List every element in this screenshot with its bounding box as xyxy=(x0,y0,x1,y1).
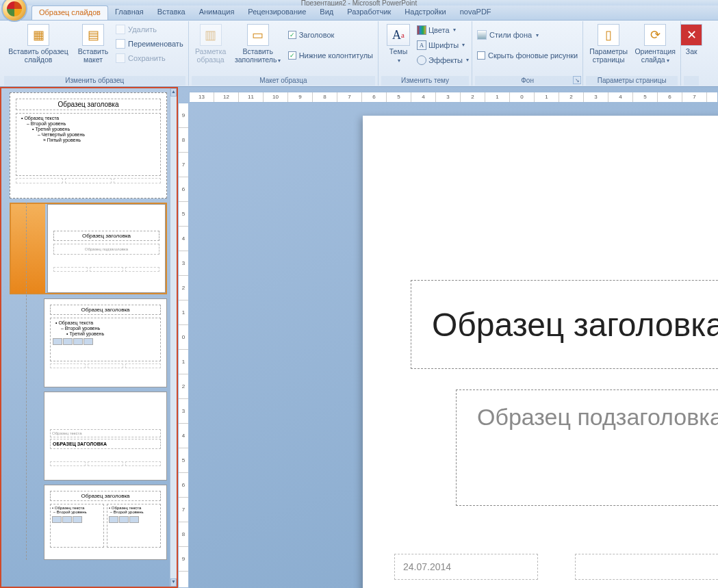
background-styles-icon xyxy=(477,30,487,40)
effects-icon xyxy=(417,55,426,65)
group-label-master-layout: Макет образца xyxy=(192,76,375,86)
tab-novapdf[interactable]: novaPDF xyxy=(453,5,498,20)
date-placeholder[interactable]: 24.07.2014 xyxy=(394,554,538,580)
thumb-title: Образец заголовка xyxy=(16,99,161,110)
themes-button[interactable]: Aa Темы▾ xyxy=(381,23,415,64)
preserve-icon xyxy=(116,53,125,63)
rename-icon xyxy=(116,39,125,49)
vertical-ruler[interactable]: 9876543210123456789 xyxy=(178,103,189,588)
effects-button[interactable]: Эффекты▾ xyxy=(417,53,469,67)
delete-icon xyxy=(116,25,125,34)
layout-thumbnail-title-content[interactable]: Образец заголовка • Образец текста – Вто… xyxy=(44,298,167,387)
slide-editor: 13121110987654321012345678910 9876543210… xyxy=(178,87,718,588)
thumb-body: • Образец текста – Второй уровень • Трет… xyxy=(16,113,161,176)
insert-slide-master-icon: ▦ xyxy=(27,24,49,46)
footer-placeholder[interactable]: Верхний колонтитул xyxy=(575,554,718,580)
hide-bg-graphics-checkbox[interactable]: Скрыть фоновые рисунки xyxy=(475,49,580,62)
group-background: Стили фона▾ Скрыть фоновые рисунки Фон ↘ xyxy=(472,21,583,86)
ribbon-tabs: Образец слайдов Главная Вставка Анимация… xyxy=(0,5,718,21)
slide-orientation-icon: ⟳ xyxy=(644,24,666,46)
master-thumbnail[interactable]: Образец заголовка • Образец текста – Вто… xyxy=(10,92,167,199)
layout-thumbnail-two-content[interactable]: Образец заголовка • Образец текста – Вто… xyxy=(44,485,167,560)
rename-button[interactable]: Переименовать xyxy=(114,37,185,51)
footers-checkbox[interactable]: ✓ Нижние колонтитулы xyxy=(286,49,375,62)
page-setup-button[interactable]: ▯ Параметры страницы xyxy=(586,23,631,64)
scroll-up-icon[interactable]: ▲ xyxy=(170,88,177,97)
group-close: ✕ Зак xyxy=(681,21,702,86)
tab-addins[interactable]: Надстройки xyxy=(398,5,452,20)
group-label-background: Фон xyxy=(475,76,580,86)
group-label-edit-master: Изменить образец xyxy=(4,76,185,86)
slide-orientation-button[interactable]: ⟳ Ориентация слайда▾ xyxy=(632,23,678,64)
tab-developer[interactable]: Разработчик xyxy=(340,5,398,20)
fonts-button[interactable]: A Шрифты▾ xyxy=(417,38,469,52)
tab-animation[interactable]: Анимация xyxy=(192,5,242,20)
page-setup-icon: ▯ xyxy=(598,24,619,46)
slide-canvas[interactable]: Образец заголовка Образец подзаголовка 2… xyxy=(363,116,718,588)
close-master-button[interactable]: ✕ Зак xyxy=(684,23,699,55)
group-label-page-setup: Параметры страницы xyxy=(586,76,678,86)
tab-review[interactable]: Рецензирование xyxy=(241,5,313,20)
tab-slide-master[interactable]: Образец слайдов xyxy=(31,5,108,20)
scroll-down-icon[interactable]: ▼ xyxy=(170,578,177,587)
tab-insert[interactable]: Вставка xyxy=(151,5,192,20)
thumbnail-panel: Образец заголовка • Образец текста – Вто… xyxy=(0,87,178,588)
horizontal-ruler[interactable]: 13121110987654321012345678910 xyxy=(189,92,718,103)
thumbnail-scrollbar[interactable]: ▲ ▼ xyxy=(170,88,177,587)
insert-placeholder-icon: ▭ xyxy=(247,24,269,46)
insert-layout-button[interactable]: ▤ Вставить макет xyxy=(74,23,112,64)
tab-view[interactable]: Вид xyxy=(313,5,340,20)
insert-slide-master-button[interactable]: ▦ Вставить образец слайдов xyxy=(4,23,73,64)
ribbon: ▦ Вставить образец слайдов ▤ Вставить ма… xyxy=(0,21,718,87)
layout-thumbnail-title-slide[interactable]: Образец заголовка Образец подзаголовка xyxy=(10,203,167,294)
master-layout-button: ▥ Разметка образца xyxy=(192,23,230,64)
chevron-down-icon: ▾ xyxy=(398,57,400,64)
window-title: Презентация2 - Microsoft PowerPoint xyxy=(301,0,417,5)
checkbox-checked-icon: ✓ xyxy=(288,31,296,39)
preserve-button: Сохранить xyxy=(114,51,185,65)
group-edit-master: ▦ Вставить образец слайдов ▤ Вставить ма… xyxy=(1,21,189,86)
checkbox-unchecked-icon xyxy=(477,51,485,60)
group-label-edit-theme: Изменить тему xyxy=(381,76,469,86)
insert-layout-icon: ▤ xyxy=(82,24,104,46)
colors-icon xyxy=(417,25,426,35)
workarea: Образец заголовка • Образец текста – Вто… xyxy=(0,87,718,588)
master-layout-icon: ▥ xyxy=(200,24,222,46)
title-placeholder[interactable]: Образец заголовка xyxy=(411,280,718,369)
group-page-setup: ▯ Параметры страницы ⟳ Ориентация слайда… xyxy=(583,21,681,86)
group-master-layout: ▥ Разметка образца ▭ Вставить заполнител… xyxy=(189,21,379,86)
close-icon: ✕ xyxy=(680,24,702,46)
group-edit-theme: Aa Темы▾ Цвета▾ A Шрифты▾ Эффекты▾ Измен… xyxy=(379,21,472,86)
chevron-down-icon: ▾ xyxy=(278,57,281,64)
background-dialog-launcher[interactable]: ↘ xyxy=(573,76,581,84)
title-checkbox[interactable]: ✓ Заголовок xyxy=(286,28,375,42)
title-bar: Презентация2 - Microsoft PowerPoint xyxy=(0,0,718,5)
insert-placeholder-button[interactable]: ▭ Вставить заполнитель▾ xyxy=(231,23,285,64)
checkbox-checked-icon: ✓ xyxy=(288,51,296,60)
subtitle-placeholder[interactable]: Образец подзаголовка xyxy=(456,389,718,506)
colors-button[interactable]: Цвета▾ xyxy=(417,23,469,37)
delete-button: Удалить xyxy=(114,23,185,36)
tab-home[interactable]: Главная xyxy=(108,5,151,20)
layout-thumbnail-section-header[interactable]: Образец текста ОБРАЗЕЦ ЗАГОЛОВКА xyxy=(44,392,167,481)
fonts-icon: A xyxy=(417,40,426,50)
background-styles-button[interactable]: Стили фона▾ xyxy=(475,28,580,42)
themes-icon: Aa xyxy=(387,24,410,46)
